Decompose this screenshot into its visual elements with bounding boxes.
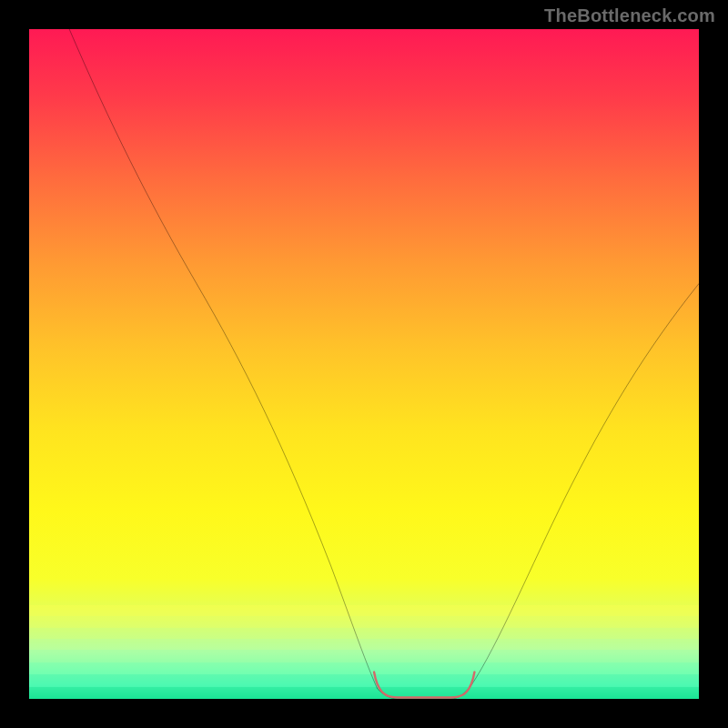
optimal-range-marker-path bbox=[374, 672, 474, 698]
watermark-text: TheBottleneck.com bbox=[544, 5, 715, 26]
curve-layer bbox=[29, 29, 699, 699]
chart-frame: TheBottleneck.com bbox=[0, 0, 728, 728]
plot-area bbox=[29, 29, 699, 699]
bottleneck-curve-path bbox=[69, 29, 699, 699]
